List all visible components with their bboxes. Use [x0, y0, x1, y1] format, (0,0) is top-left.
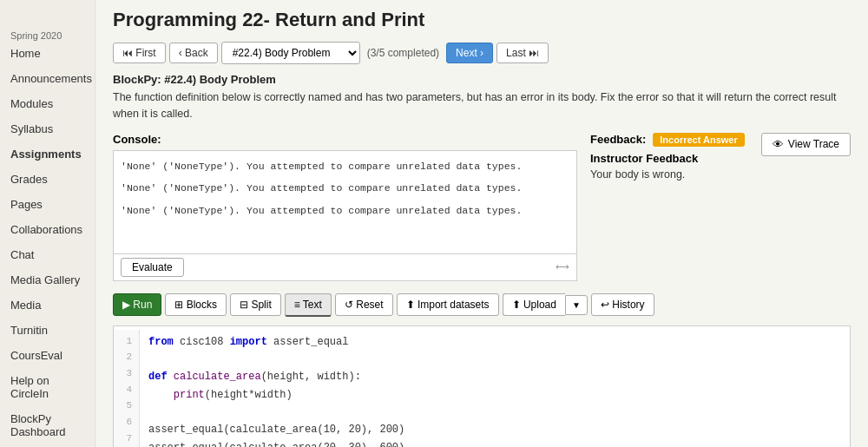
feedback-row: Feedback: Incorrect Answer [590, 133, 745, 147]
line-num-6: 6 [121, 414, 132, 431]
instructor-feedback-text: Your body is wrong. [590, 168, 745, 181]
line-num-1: 1 [121, 333, 132, 350]
history-button[interactable]: ↩ History [591, 293, 654, 316]
problem-description: The function definition below is correct… [113, 89, 851, 122]
import-datasets-button[interactable]: ⬆ Import datasets [397, 293, 499, 316]
feedback-label: Feedback: [590, 133, 646, 146]
split-button[interactable]: ⊟ Split [230, 293, 281, 316]
semester-label: Spring 2020 [0, 26, 95, 41]
sidebar: Spring 2020 Home Announcements Modules S… [0, 0, 95, 447]
last-button[interactable]: Last ⏭ [496, 43, 549, 63]
line-num-5: 5 [121, 398, 132, 414]
line-num-4: 4 [121, 382, 132, 398]
sidebar-item-modules[interactable]: Modules [0, 91, 95, 116]
sidebar-item-syllabus[interactable]: Syllabus [0, 116, 95, 141]
reset-button[interactable]: ↺ Reset [335, 293, 393, 316]
problem-header: BlockPy: #22.4) Body Problem [113, 73, 851, 86]
sidebar-item-grades[interactable]: Grades [0, 167, 95, 192]
sidebar-item-chat[interactable]: Chat [0, 242, 95, 267]
console-resize-handle: ⟷ [556, 261, 569, 273]
console-line-1: 'None' ('NoneType'). You attempted to co… [121, 158, 569, 175]
sidebar-item-blockpy-dashboard[interactable]: BlockPy Dashboard [0, 406, 95, 444]
upload-button[interactable]: ⬆ Upload [503, 293, 565, 316]
instructor-feedback-title: Instructor Feedback [590, 152, 745, 165]
sidebar-item-announcements[interactable]: Announcements [0, 66, 95, 91]
code-content[interactable]: from cisc108 import assert_equal def cal… [140, 330, 413, 448]
console-section: Console: 'None' ('NoneType'). You attemp… [113, 133, 577, 281]
upload-dropdown-button[interactable]: ▼ [565, 295, 588, 315]
code-editor[interactable]: 1 2 3 4 5 6 7 8 from cisc108 import asse… [113, 325, 851, 448]
first-button[interactable]: ⏮ First [113, 43, 166, 63]
console-label: Console: [113, 133, 577, 146]
content-area: Console: 'None' ('NoneType'). You attemp… [113, 133, 851, 281]
back-button[interactable]: ‹ Back [169, 43, 218, 63]
blocks-button[interactable]: ⊞ Blocks [165, 293, 227, 316]
console-line-3: 'None' ('NoneType'). You attempted to co… [121, 202, 569, 220]
progress-text: (3/5 completed) [367, 47, 439, 59]
console-line-2: 'None' ('NoneType'). You attempted to co… [121, 180, 569, 197]
view-trace-label: View Trace [788, 138, 839, 150]
line-numbers: 1 2 3 4 5 6 7 8 [114, 330, 140, 448]
view-trace-button[interactable]: 👁 View Trace [761, 133, 851, 156]
problem-dropdown[interactable]: #22.4) Body Problem [221, 42, 360, 64]
evaluate-button[interactable]: Evaluate [121, 258, 184, 277]
sidebar-item-media[interactable]: Media [0, 293, 95, 318]
upload-group: ⬆ Upload ▼ [503, 293, 588, 316]
feedback-badge: Incorrect Answer [653, 133, 744, 147]
line-num-3: 3 [121, 365, 132, 382]
eye-icon: 👁 [773, 138, 784, 151]
sidebar-item-collaborations[interactable]: Collaborations [0, 217, 95, 242]
console-output: 'None' ('NoneType'). You attempted to co… [113, 150, 577, 254]
feedback-section: Feedback: Incorrect Answer Instructor Fe… [590, 133, 851, 281]
toolbar: ▶ Run ⊞ Blocks ⊟ Split ≡ Text ↺ Reset ⬆ … [113, 290, 851, 320]
line-num-2: 2 [121, 349, 132, 365]
main-content: Programming 22- Return and Print ⏮ First… [95, 0, 868, 447]
run-button[interactable]: ▶ Run [113, 293, 161, 316]
line-num-7: 7 [121, 431, 132, 447]
text-button[interactable]: ≡ Text [285, 293, 332, 317]
sidebar-item-help-circlein[interactable]: Help on CircleIn [0, 368, 95, 406]
console-footer: Evaluate ⟷ [113, 254, 577, 281]
next-button[interactable]: Next › [446, 43, 493, 63]
sidebar-item-courseval[interactable]: CoursEval [0, 343, 95, 368]
navigation-bar: ⏮ First ‹ Back #22.4) Body Problem (3/5 … [113, 42, 851, 64]
sidebar-item-turnitin[interactable]: Turnitin [0, 318, 95, 343]
sidebar-item-assignments[interactable]: Assignments [0, 141, 95, 167]
sidebar-item-home[interactable]: Home [0, 41, 95, 66]
page-title: Programming 22- Return and Print [113, 9, 851, 31]
sidebar-item-pages[interactable]: Pages [0, 192, 95, 217]
sidebar-item-media-gallery[interactable]: Media Gallery [0, 267, 95, 293]
